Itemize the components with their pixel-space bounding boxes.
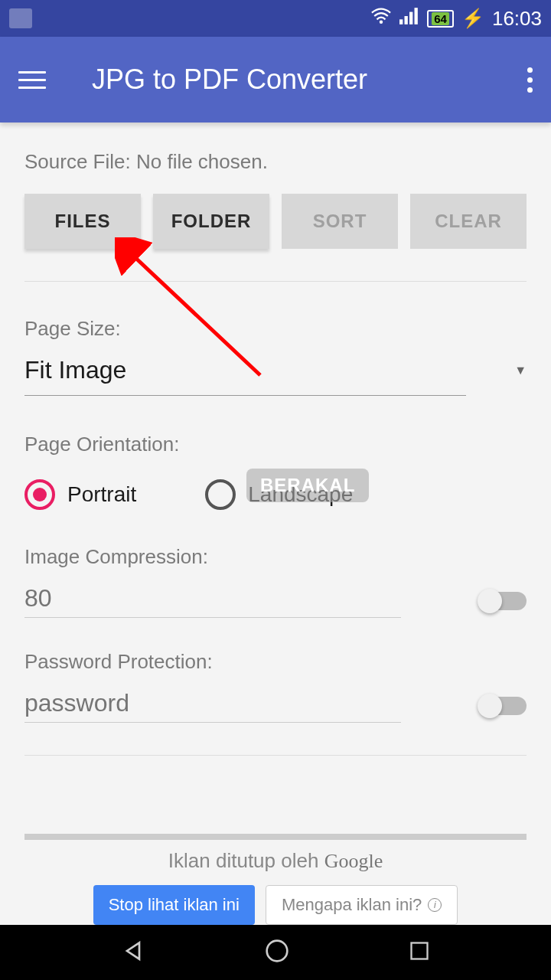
signal-icon — [399, 8, 419, 29]
navigation-bar — [0, 925, 551, 980]
page-size-value: Fit Image — [24, 356, 126, 384]
svg-rect-3 — [409, 12, 412, 24]
radio-unselected-icon — [205, 479, 236, 510]
source-file-label: Source File: No file chosen. — [24, 150, 527, 174]
svg-rect-4 — [415, 8, 418, 24]
portrait-label: Portrait — [67, 482, 136, 507]
app-title: JPG to PDF Converter — [92, 64, 527, 96]
image-compression-toggle[interactable] — [479, 592, 527, 610]
status-time: 16:03 — [492, 7, 542, 31]
hamburger-menu-icon[interactable] — [18, 71, 46, 89]
why-ads-button[interactable]: Mengapa iklan ini? i — [266, 885, 458, 925]
ad-section: Iklan ditutup oleh Google Stop lihat ikl… — [0, 834, 551, 925]
svg-rect-8 — [412, 943, 428, 959]
status-bar: 64 ⚡ 16:03 — [0, 0, 551, 37]
recent-nav-icon[interactable] — [409, 940, 430, 965]
svg-point-0 — [380, 21, 383, 24]
battery-icon: 64 — [427, 10, 454, 28]
portrait-radio[interactable]: Portrait — [24, 479, 136, 510]
dropdown-arrow-icon: ▼ — [514, 364, 527, 377]
page-size-dropdown[interactable]: Fit Image ▼ — [24, 356, 527, 392]
stop-ads-button[interactable]: Stop lihat iklan ini — [93, 885, 255, 925]
page-size-label: Page Size: — [24, 317, 527, 341]
charging-icon: ⚡ — [461, 8, 484, 29]
battery-level: 64 — [432, 12, 449, 25]
wifi-icon — [370, 8, 392, 29]
password-toggle[interactable] — [479, 697, 527, 715]
folder-button[interactable]: FOLDER — [153, 194, 269, 249]
password-protection-label: Password Protection: — [24, 650, 527, 674]
radio-selected-icon — [24, 479, 55, 510]
svg-rect-2 — [405, 16, 408, 24]
back-nav-icon[interactable] — [121, 939, 145, 966]
svg-point-7 — [267, 941, 288, 962]
clear-button[interactable]: CLEAR — [410, 194, 527, 249]
password-input[interactable] — [24, 689, 401, 723]
divider — [24, 755, 527, 756]
watermark-badge: BERAKAL — [246, 469, 369, 502]
sort-button[interactable]: SORT — [282, 194, 398, 249]
divider — [24, 281, 527, 282]
ad-closed-text: Iklan ditutup oleh Google — [0, 849, 551, 873]
google-logo-text: Google — [324, 850, 383, 872]
home-nav-icon[interactable] — [265, 939, 289, 966]
image-compression-input[interactable] — [24, 584, 401, 618]
image-compression-label: Image Compression: — [24, 545, 527, 569]
notification-icon — [9, 8, 32, 28]
underline — [24, 395, 466, 396]
ad-divider — [24, 834, 527, 840]
svg-rect-1 — [399, 19, 403, 24]
page-orientation-label: Page Orientation: — [24, 433, 527, 456]
files-button[interactable]: FILES — [24, 194, 141, 249]
info-icon: i — [428, 898, 442, 912]
more-options-icon[interactable] — [527, 67, 533, 93]
app-bar: JPG to PDF Converter — [0, 37, 551, 122]
